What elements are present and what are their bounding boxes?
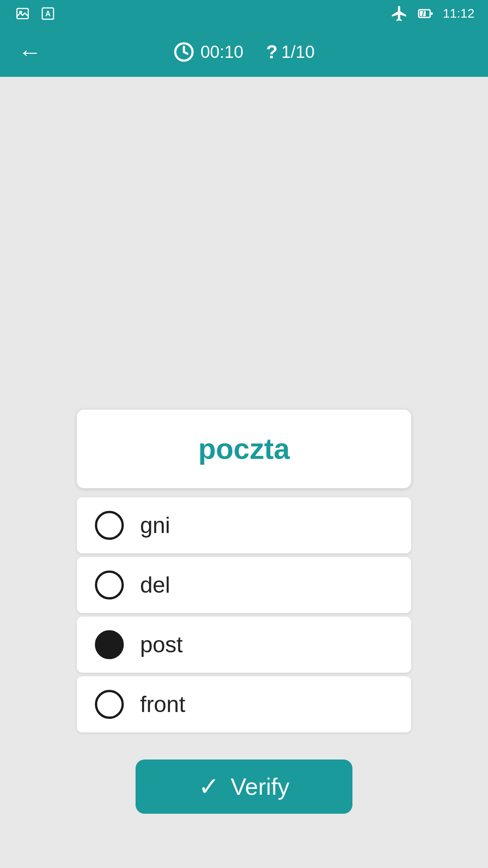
svg-text:A: A xyxy=(45,9,51,18)
question-counter-value: 1/10 xyxy=(281,42,314,62)
radio-post[interactable] xyxy=(95,630,124,659)
checkmark-icon: ✓ xyxy=(198,774,220,799)
radio-gni[interactable] xyxy=(95,511,124,540)
image-icon xyxy=(14,7,32,20)
main-content: poczta gni del post front ✓ Verify xyxy=(0,77,488,868)
option-del-text: del xyxy=(140,572,170,598)
back-arrow-icon: ← xyxy=(18,40,42,64)
timer-section: 00:10 xyxy=(174,42,244,62)
options-container: gni del post front xyxy=(77,497,411,732)
option-front[interactable]: front xyxy=(77,676,411,732)
option-gni-text: gni xyxy=(140,512,170,538)
option-del[interactable]: del xyxy=(77,557,411,613)
airplane-icon xyxy=(390,5,408,23)
svg-rect-0 xyxy=(17,9,28,19)
question-card: poczta xyxy=(77,410,411,488)
status-bar-right-icons: 11:12 xyxy=(390,5,474,23)
back-button[interactable]: ← xyxy=(18,40,42,64)
svg-rect-6 xyxy=(430,12,433,15)
option-post[interactable]: post xyxy=(77,617,411,673)
option-gni[interactable]: gni xyxy=(77,497,411,553)
verify-button[interactable]: ✓ Verify xyxy=(136,760,352,814)
option-front-text: front xyxy=(140,691,185,717)
timer-value: 00:10 xyxy=(201,42,244,62)
battery-icon xyxy=(416,6,436,21)
option-post-text: post xyxy=(140,632,183,658)
top-bar: ← 00:10 ? 1/10 xyxy=(0,27,488,77)
text-icon: A xyxy=(39,7,57,20)
radio-del[interactable] xyxy=(95,571,124,599)
status-time: 11:12 xyxy=(443,6,474,21)
question-mark-icon: ? xyxy=(266,41,278,63)
question-word: poczta xyxy=(198,433,290,465)
clock-icon xyxy=(174,42,194,62)
verify-label: Verify xyxy=(230,773,289,800)
top-bar-center: 00:10 ? 1/10 xyxy=(174,41,315,63)
status-bar-left-icons: A xyxy=(14,7,57,20)
question-counter: ? 1/10 xyxy=(266,41,315,63)
radio-front[interactable] xyxy=(95,690,124,719)
status-bar: A 11:12 xyxy=(0,0,488,27)
